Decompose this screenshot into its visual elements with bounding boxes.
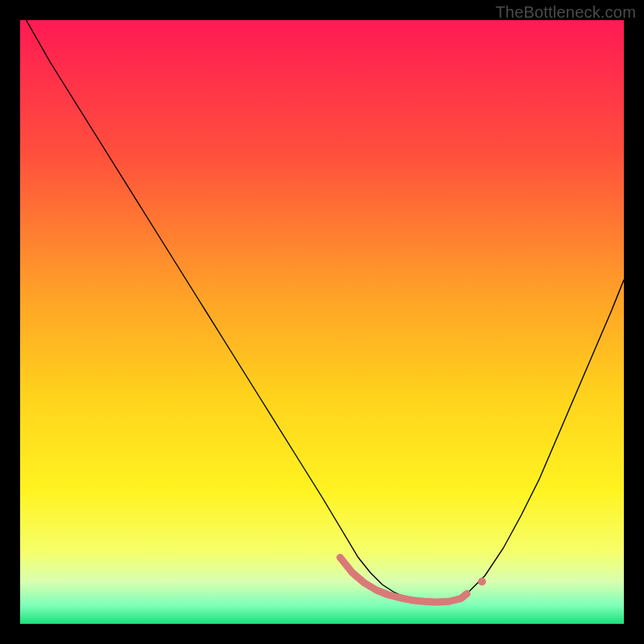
chart-stage: TheBottleneck.com	[0, 0, 644, 644]
gradient-background	[20, 20, 624, 624]
marker-layer	[478, 578, 486, 586]
watermark-text: TheBottleneck.com	[495, 3, 636, 22]
chart-svg	[20, 20, 624, 624]
marker-highlight-dot	[478, 578, 486, 586]
plot-area	[20, 20, 624, 624]
